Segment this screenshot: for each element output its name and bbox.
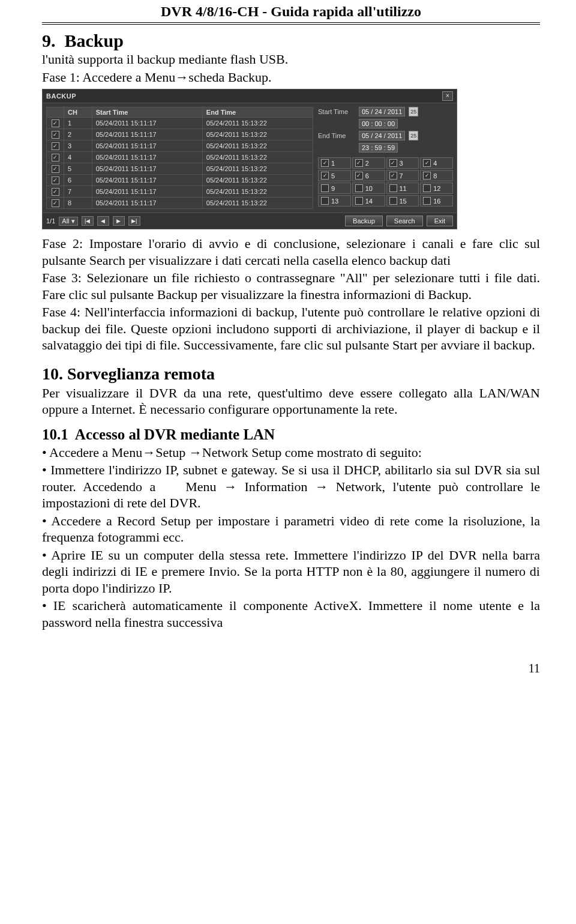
cell-start: 05/24/2011 15:11:17 bbox=[92, 163, 202, 175]
row-checkbox[interactable]: ✓ bbox=[52, 119, 59, 127]
channel-cell[interactable]: 14 bbox=[352, 195, 385, 207]
backup-button[interactable]: Backup bbox=[345, 216, 383, 226]
channel-cell[interactable]: 9 bbox=[318, 183, 351, 194]
channel-cell[interactable]: ✓6 bbox=[352, 170, 385, 181]
table-row[interactable]: ✓705/24/2011 15:11:1705/24/2011 15:13:22 bbox=[47, 186, 313, 198]
close-icon[interactable]: × bbox=[442, 91, 453, 101]
search-button[interactable]: Search bbox=[386, 216, 423, 226]
channel-checkbox[interactable]: ✓ bbox=[423, 159, 431, 167]
channel-checkbox[interactable] bbox=[423, 197, 431, 205]
table-row[interactable]: ✓305/24/2011 15:11:1705/24/2011 15:13:22 bbox=[47, 140, 313, 152]
channel-cell[interactable]: ✓5 bbox=[318, 170, 351, 181]
start-time-label: Start Time bbox=[318, 108, 355, 115]
channel-label: 10 bbox=[365, 185, 373, 192]
s9-p2-post: scheda Backup. bbox=[188, 70, 271, 85]
channel-cell[interactable]: 11 bbox=[386, 183, 419, 194]
calendar-icon[interactable]: 25 bbox=[409, 131, 418, 140]
bullet-5: IE scaricherà automaticamente il compone… bbox=[42, 597, 540, 630]
cell-end: 05/24/2011 15:13:22 bbox=[202, 152, 313, 163]
bullet-1: Accedere a Menu→Setup →Network Setup com… bbox=[42, 444, 540, 461]
row-checkbox[interactable]: ✓ bbox=[52, 154, 59, 162]
table-row[interactable]: ✓105/24/2011 15:11:1705/24/2011 15:13:22 bbox=[47, 118, 313, 129]
channel-cell[interactable]: 12 bbox=[420, 183, 453, 194]
cell-start: 05/24/2011 15:11:17 bbox=[92, 175, 202, 186]
row-checkbox[interactable]: ✓ bbox=[52, 199, 59, 207]
row-checkbox[interactable]: ✓ bbox=[52, 142, 59, 150]
end-date-input[interactable]: 05 / 24 / 2011 bbox=[359, 131, 405, 140]
cell-start: 05/24/2011 15:11:17 bbox=[92, 198, 202, 209]
channel-checkbox[interactable] bbox=[355, 184, 363, 192]
page-indicator: 1/1 bbox=[46, 217, 55, 225]
b3: Accedere a Record Setup per impostare i … bbox=[42, 513, 540, 545]
section-10-1-title: 10.1 Accesso al DVR mediante LAN bbox=[42, 426, 540, 443]
next-page-icon[interactable]: ▶ bbox=[113, 216, 125, 226]
col-ch: CH bbox=[64, 107, 92, 118]
cell-start: 05/24/2011 15:11:17 bbox=[92, 152, 202, 163]
cell-ch: 5 bbox=[64, 163, 92, 175]
section-9-title: 9. Backup bbox=[42, 31, 540, 51]
channel-label: 7 bbox=[400, 172, 403, 180]
channel-cell[interactable]: 15 bbox=[386, 195, 419, 207]
exit-button[interactable]: Exit bbox=[427, 216, 453, 226]
window-titlebar: BACKUP × bbox=[43, 89, 457, 103]
all-select[interactable]: All ▾ bbox=[59, 217, 77, 226]
cell-ch: 4 bbox=[64, 152, 92, 163]
cell-start: 05/24/2011 15:11:17 bbox=[92, 186, 202, 198]
channel-cell[interactable]: 16 bbox=[420, 195, 453, 207]
row-checkbox[interactable]: ✓ bbox=[52, 131, 59, 139]
channel-label: 14 bbox=[365, 198, 373, 205]
cell-end: 05/24/2011 15:13:22 bbox=[202, 118, 313, 129]
channel-checkbox[interactable] bbox=[321, 184, 329, 192]
b1-mid: Setup bbox=[155, 445, 189, 460]
col-end: End Time bbox=[202, 107, 313, 118]
channel-cell[interactable]: ✓1 bbox=[318, 157, 351, 169]
channel-cell[interactable]: 10 bbox=[352, 183, 385, 194]
channel-cell[interactable]: ✓2 bbox=[352, 157, 385, 169]
cell-end: 05/24/2011 15:13:22 bbox=[202, 175, 313, 186]
channel-cell[interactable]: ✓3 bbox=[386, 157, 419, 169]
cell-start: 05/24/2011 15:11:17 bbox=[92, 140, 202, 152]
channel-checkbox[interactable] bbox=[389, 184, 397, 192]
b4: Aprire IE su un computer della stessa re… bbox=[42, 548, 540, 596]
channel-label: 12 bbox=[433, 185, 440, 192]
cell-ch: 8 bbox=[64, 198, 92, 209]
channel-checkbox[interactable] bbox=[423, 184, 431, 192]
first-page-icon[interactable]: |◀ bbox=[82, 216, 94, 226]
window-title: BACKUP bbox=[46, 92, 76, 100]
channel-cell[interactable]: ✓4 bbox=[420, 157, 453, 169]
channel-cell[interactable]: ✓8 bbox=[420, 170, 453, 181]
channel-checkbox[interactable]: ✓ bbox=[321, 159, 329, 167]
cell-start: 05/24/2011 15:11:17 bbox=[92, 118, 202, 129]
channel-checkbox[interactable]: ✓ bbox=[321, 172, 329, 180]
channel-cell[interactable]: ✓7 bbox=[386, 170, 419, 181]
channel-cell[interactable]: 13 bbox=[318, 195, 351, 207]
arrow-icon: → bbox=[315, 479, 328, 494]
header-rule bbox=[42, 22, 540, 25]
prev-page-icon[interactable]: ◀ bbox=[97, 216, 109, 226]
channel-checkbox[interactable]: ✓ bbox=[389, 172, 397, 180]
channel-checkbox[interactable]: ✓ bbox=[355, 172, 363, 180]
row-checkbox[interactable]: ✓ bbox=[52, 188, 59, 196]
channel-checkbox[interactable] bbox=[355, 197, 363, 205]
backup-footer: 1/1 All ▾ |◀ ◀ ▶ ▶| Backup Search Exit bbox=[43, 213, 457, 229]
row-checkbox[interactable]: ✓ bbox=[52, 165, 59, 173]
table-row[interactable]: ✓805/24/2011 15:11:1705/24/2011 15:13:22 bbox=[47, 198, 313, 209]
start-date-input[interactable]: 05 / 24 / 2011 bbox=[359, 107, 405, 116]
backup-table: CH Start Time End Time ✓105/24/2011 15:1… bbox=[46, 107, 313, 209]
channel-checkbox[interactable] bbox=[321, 197, 329, 205]
channel-checkbox[interactable]: ✓ bbox=[389, 159, 397, 167]
row-checkbox[interactable]: ✓ bbox=[52, 177, 59, 184]
table-row[interactable]: ✓205/24/2011 15:11:1705/24/2011 15:13:22 bbox=[47, 129, 313, 140]
channel-checkbox[interactable]: ✓ bbox=[355, 159, 363, 167]
cell-end: 05/24/2011 15:13:22 bbox=[202, 198, 313, 209]
start-time-input[interactable]: 00 : 00 : 00 bbox=[359, 119, 398, 128]
table-row[interactable]: ✓605/24/2011 15:11:1705/24/2011 15:13:22 bbox=[47, 175, 313, 186]
end-time-input[interactable]: 23 : 59 : 59 bbox=[359, 143, 398, 152]
channel-checkbox[interactable] bbox=[389, 197, 397, 205]
table-row[interactable]: ✓405/24/2011 15:11:1705/24/2011 15:13:22 bbox=[47, 152, 313, 163]
table-row[interactable]: ✓505/24/2011 15:11:1705/24/2011 15:13:22 bbox=[47, 163, 313, 175]
last-page-icon[interactable]: ▶| bbox=[128, 216, 140, 226]
calendar-icon[interactable]: 25 bbox=[409, 107, 418, 116]
channel-checkbox[interactable]: ✓ bbox=[423, 172, 431, 180]
pager: 1/1 All ▾ |◀ ◀ ▶ ▶| bbox=[46, 216, 140, 226]
